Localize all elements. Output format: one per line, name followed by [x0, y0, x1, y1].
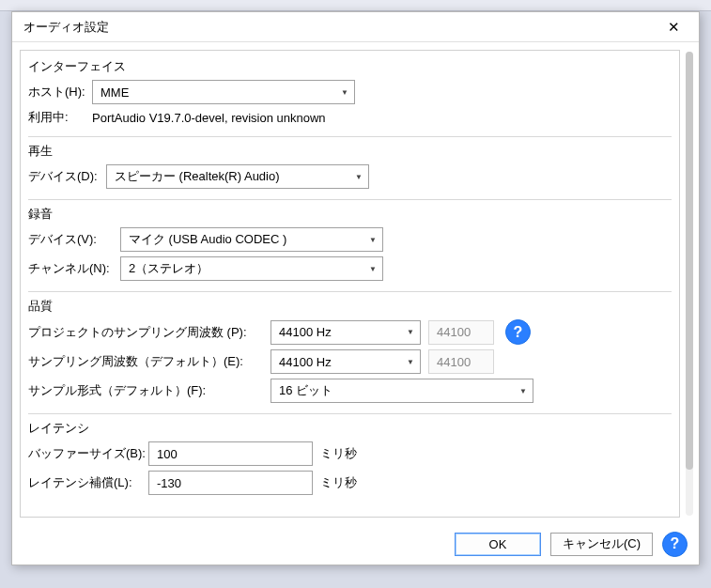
section-title-playback: 再生 — [28, 143, 672, 160]
project-rate-label: プロジェクトのサンプリング周波数 (P): — [28, 324, 263, 341]
section-title-quality: 品質 — [28, 298, 672, 315]
scrollbar-thumb[interactable] — [686, 52, 693, 470]
default-rate-label: サンプリング周波数（デフォルト）(E): — [28, 353, 263, 370]
section-title-recording: 録音 — [28, 206, 672, 223]
default-rate-readonly: 44100 — [428, 349, 494, 374]
host-label: ホスト(H): — [28, 84, 85, 101]
recording-device-value: マイク (USB Audio CODEC ) — [129, 231, 286, 248]
format-value: 16 ビット — [279, 382, 332, 399]
project-rate-readonly: 44100 — [428, 320, 494, 345]
playback-device-value: スピーカー (Realtek(R) Audio) — [115, 168, 280, 185]
chevron-down-icon: ▼ — [407, 328, 414, 336]
host-select[interactable]: MME ▼ — [92, 80, 355, 104]
project-rate-select[interactable]: 44100 Hz ▼ — [270, 320, 421, 345]
using-value: PortAudio V19.7.0-devel, revision unknow… — [92, 111, 326, 125]
compensation-input[interactable] — [148, 471, 313, 495]
default-rate-select[interactable]: 44100 Hz ▼ — [270, 349, 421, 374]
cancel-button[interactable]: キャンセル(C) — [550, 533, 653, 556]
using-label: 利用中: — [28, 109, 85, 126]
help-button-quality[interactable]: ? — [505, 319, 531, 345]
help-icon: ? — [514, 324, 523, 341]
playback-device-label: デバイス(D): — [28, 168, 99, 185]
buffer-unit: ミリ秒 — [320, 445, 357, 462]
ok-button[interactable]: OK — [455, 533, 541, 556]
default-rate-value: 44100 Hz — [279, 355, 332, 369]
section-title-interface: インターフェイス — [28, 58, 672, 75]
dialog-title: オーディオ設定 — [23, 19, 109, 36]
chevron-down-icon: ▼ — [407, 358, 414, 366]
chevron-down-icon: ▼ — [519, 387, 527, 395]
buffer-label: バッファーサイズ(B): — [28, 445, 141, 462]
compensation-label: レイテンシ補償(L): — [28, 474, 141, 491]
close-button[interactable]: ✕ — [656, 14, 691, 40]
help-icon: ? — [671, 535, 680, 552]
close-icon: ✕ — [668, 19, 680, 36]
section-title-latency: レイテンシ — [28, 420, 672, 437]
channels-label: チャンネル(N): — [28, 260, 113, 277]
scrollbar[interactable] — [686, 52, 693, 516]
chevron-down-icon: ▼ — [341, 88, 348, 97]
chevron-down-icon: ▼ — [369, 265, 377, 273]
help-button-footer[interactable]: ? — [662, 532, 688, 557]
dialog-footer: OK キャンセル(C) ? — [12, 523, 699, 565]
channels-value: 2（ステレオ） — [129, 260, 209, 277]
channels-select[interactable]: 2（ステレオ） ▼ — [120, 256, 383, 281]
titlebar: オーディオ設定 ✕ — [12, 12, 699, 42]
compensation-unit: ミリ秒 — [320, 474, 357, 491]
section-quality: 品質 プロジェクトのサンプリング周波数 (P): 44100 Hz ▼ 4410… — [28, 298, 672, 414]
recording-device-select[interactable]: マイク (USB Audio CODEC ) ▼ — [120, 227, 383, 252]
project-rate-value: 44100 Hz — [279, 325, 332, 339]
audio-settings-dialog: オーディオ設定 ✕ インターフェイス ホスト(H): MME ▼ 利用中: Po… — [11, 11, 700, 565]
buffer-input[interactable] — [148, 441, 313, 466]
recording-device-label: デバイス(V): — [28, 231, 113, 248]
format-select[interactable]: 16 ビット ▼ — [270, 379, 533, 403]
chevron-down-icon: ▼ — [355, 173, 363, 181]
section-playback: 再生 デバイス(D): スピーカー (Realtek(R) Audio) ▼ — [28, 143, 672, 200]
section-latency: レイテンシ バッファーサイズ(B): ミリ秒 レイテンシ補償(L): ミリ秒 — [28, 420, 672, 505]
background-strip — [0, 0, 711, 11]
dialog-content: インターフェイス ホスト(H): MME ▼ 利用中: PortAudio V1… — [20, 50, 680, 518]
format-label: サンプル形式（デフォルト）(F): — [28, 382, 263, 399]
section-interface: インターフェイス ホスト(H): MME ▼ 利用中: PortAudio V1… — [28, 58, 672, 137]
chevron-down-icon: ▼ — [369, 236, 377, 244]
section-recording: 録音 デバイス(V): マイク (USB Audio CODEC ) ▼ チャン… — [28, 206, 672, 292]
playback-device-select[interactable]: スピーカー (Realtek(R) Audio) ▼ — [106, 164, 369, 189]
host-value: MME — [100, 85, 129, 100]
